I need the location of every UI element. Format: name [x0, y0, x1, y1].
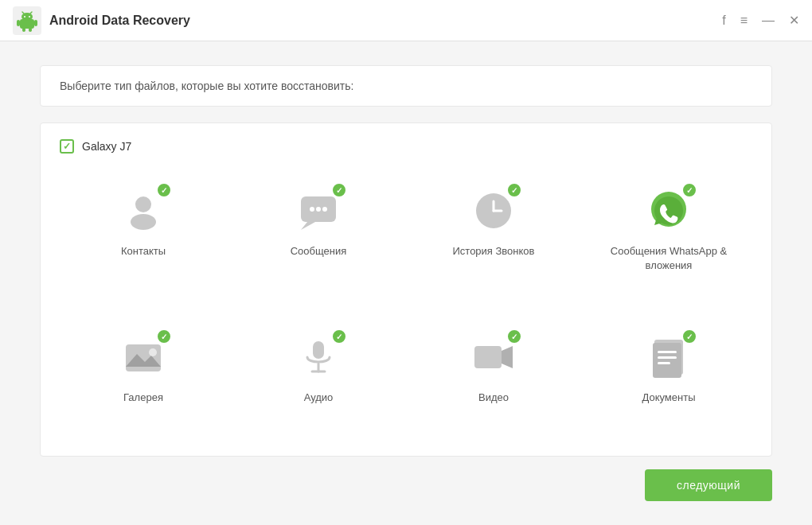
device-section: Galaxy J7 Контакты — [40, 122, 772, 457]
messages-label: Сообщения — [291, 244, 347, 259]
file-type-video[interactable]: Видео — [410, 324, 577, 440]
gallery-icon-wrapper — [118, 332, 169, 383]
file-types-grid: Контакты Сообщения — [60, 177, 752, 440]
gallery-label: Галерея — [123, 391, 163, 405]
audio-check-badge — [331, 329, 347, 344]
contacts-check-badge — [156, 182, 172, 198]
contacts-label: Контакты — [121, 244, 166, 259]
file-type-messages[interactable]: Сообщения — [235, 177, 402, 308]
file-type-whatsapp[interactable]: Сообщения WhatsApp & вложения — [585, 177, 752, 308]
call-history-check-badge — [506, 182, 522, 198]
svg-point-11 — [135, 196, 151, 212]
whatsapp-icon-wrapper — [643, 185, 694, 236]
svg-marker-14 — [301, 222, 315, 230]
messages-icon-wrapper — [293, 185, 344, 236]
menu-icon[interactable]: ≡ — [740, 14, 748, 28]
svg-rect-8 — [34, 20, 37, 26]
svg-rect-10 — [29, 28, 32, 32]
whatsapp-check-badge — [681, 182, 697, 198]
svg-point-24 — [149, 348, 157, 356]
minimize-icon[interactable]: — — [762, 14, 775, 28]
main-content: Выберите тип файлов, которые вы хотите в… — [0, 41, 812, 525]
next-button[interactable]: следующий — [645, 469, 772, 501]
video-check-badge — [506, 329, 522, 344]
file-type-call-history[interactable]: История Звонков — [410, 177, 577, 308]
audio-icon-wrapper — [293, 332, 344, 383]
whatsapp-label: Сообщения WhatsApp & вложения — [593, 244, 744, 273]
video-label: Видео — [478, 391, 509, 405]
device-checkbox[interactable] — [60, 139, 74, 154]
file-type-gallery[interactable]: Галерея — [60, 324, 227, 440]
svg-rect-34 — [653, 343, 681, 378]
app-title: Android Data Recovery — [49, 14, 190, 28]
file-type-contacts[interactable]: Контакты — [60, 177, 227, 308]
call-history-icon-wrapper — [468, 185, 519, 236]
facebook-icon[interactable]: f — [722, 14, 725, 28]
contacts-icon-wrapper — [118, 185, 169, 236]
documents-check-badge — [681, 329, 697, 344]
svg-point-17 — [322, 207, 327, 212]
documents-icon-wrapper — [643, 332, 694, 383]
audio-label: Аудио — [304, 391, 334, 405]
svg-marker-29 — [502, 346, 513, 368]
svg-rect-22 — [126, 344, 161, 371]
app-icon — [13, 6, 41, 35]
title-bar: Android Data Recovery f ≡ — ✕ — [0, 0, 812, 41]
close-icon[interactable]: ✕ — [789, 13, 799, 28]
file-type-documents[interactable]: Документы — [585, 324, 752, 440]
app-branding: Android Data Recovery — [13, 6, 190, 35]
svg-rect-9 — [22, 28, 25, 32]
svg-rect-35 — [658, 351, 677, 353]
video-icon-wrapper — [468, 332, 519, 383]
svg-point-12 — [131, 214, 156, 230]
window-controls: f ≡ — ✕ — [722, 13, 799, 28]
svg-rect-37 — [658, 362, 670, 364]
bottom-bar: следующий — [40, 469, 772, 501]
svg-point-2 — [21, 13, 33, 21]
gallery-check-badge — [156, 329, 172, 344]
instruction-panel: Выберите тип файлов, которые вы хотите в… — [40, 65, 772, 107]
messages-check-badge — [331, 182, 347, 198]
instruction-text: Выберите тип файлов, которые вы хотите в… — [60, 80, 353, 92]
documents-label: Документы — [642, 391, 695, 405]
svg-rect-28 — [474, 346, 502, 368]
svg-point-4 — [29, 16, 30, 18]
svg-rect-7 — [17, 20, 20, 26]
call-history-label: История Звонков — [452, 244, 534, 259]
file-type-audio[interactable]: Аудио — [235, 324, 402, 440]
device-label[interactable]: Galaxy J7 — [60, 139, 752, 154]
svg-rect-25 — [313, 341, 324, 359]
svg-point-15 — [310, 207, 314, 212]
svg-rect-36 — [658, 356, 677, 359]
svg-point-3 — [24, 16, 25, 18]
device-name: Galaxy J7 — [82, 140, 131, 153]
svg-point-16 — [316, 207, 321, 212]
